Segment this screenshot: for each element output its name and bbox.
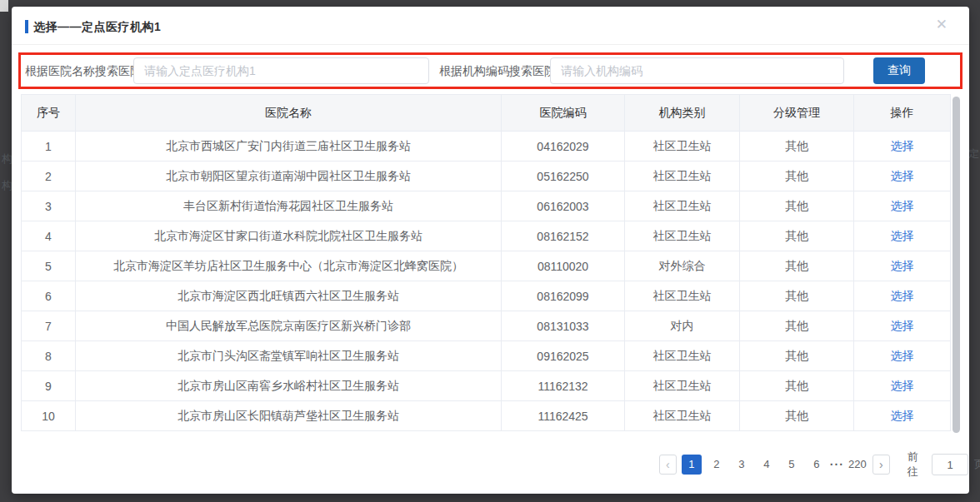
chevron-left-icon: ‹ — [666, 459, 670, 470]
header-hospital-name: 医院名称 — [76, 95, 502, 132]
row-action-cell: 选择 — [854, 371, 951, 401]
header-grade: 分级管理 — [740, 95, 854, 132]
row-hospital-code: 08110020 — [502, 251, 625, 281]
row-seq: 5 — [22, 251, 76, 281]
row-hospital-name: 北京市朝阳区望京街道南湖中园社区卫生服务站 — [76, 162, 502, 191]
row-grade: 其他 — [740, 341, 854, 371]
row-grade: 其他 — [740, 281, 854, 311]
row-hospital-code: 06162003 — [502, 191, 625, 221]
row-grade: 其他 — [740, 191, 854, 221]
table-row: 2 北京市朝阳区望京街道南湖中园社区卫生服务站 05162250 社区卫生站 其… — [22, 162, 951, 191]
hospital-table: 序号 医院名称 医院编码 机构类别 分级管理 操作 1 北京市西城区广安门内街道… — [21, 94, 951, 431]
row-grade: 其他 — [740, 401, 854, 431]
prev-page-button[interactable]: ‹ — [659, 455, 677, 475]
hospital-name-input[interactable] — [133, 57, 429, 84]
row-hospital-code: 05162250 — [502, 162, 625, 191]
row-hospital-code: 08162099 — [502, 281, 625, 311]
row-org-type: 社区卫生站 — [625, 371, 740, 401]
select-link[interactable]: 选择 — [891, 139, 914, 152]
pagination: ‹ 1 2 3 4 5 6 ··· 220 › 前往 页 — [657, 453, 980, 476]
row-action-cell: 选择 — [854, 132, 951, 162]
row-seq: 8 — [22, 341, 76, 371]
row-action-cell: 选择 — [854, 281, 951, 311]
row-hospital-name: 中国人民解放军总医院京南医疗区新兴桥门诊部 — [76, 311, 502, 341]
row-seq: 7 — [22, 311, 76, 341]
title-accent-bar — [25, 20, 28, 33]
chevron-right-icon: › — [879, 459, 883, 470]
row-action-cell: 选择 — [854, 311, 951, 341]
select-link[interactable]: 选择 — [891, 259, 914, 272]
row-hospital-code: 04162029 — [502, 132, 625, 162]
row-grade: 其他 — [740, 311, 854, 341]
table-header: 序号 医院名称 医院编码 机构类别 分级管理 操作 — [22, 95, 951, 132]
row-action-cell: 选择 — [854, 251, 951, 281]
select-link[interactable]: 选择 — [891, 379, 914, 392]
goto-label: 前往 — [908, 450, 926, 480]
more-pages-icon[interactable]: ··· — [829, 458, 845, 471]
page-button-1[interactable]: 1 — [682, 455, 702, 475]
row-action-cell: 选择 — [854, 401, 951, 431]
row-org-type: 对内 — [625, 311, 740, 341]
background-artifact — [0, 0, 8, 12]
select-hospital-dialog: 选择——定点医疗机构1 ✕ 根据医院名称搜索医院 根据机构编码搜索医院 查询 序… — [12, 7, 969, 494]
hospital-name-search-label: 根据医院名称搜索医院 — [25, 57, 142, 84]
page-button-2[interactable]: 2 — [707, 455, 727, 475]
org-code-input[interactable] — [550, 57, 844, 84]
page-button-4[interactable]: 4 — [757, 455, 777, 475]
header-org-type: 机构类别 — [625, 95, 740, 132]
goto-page-input[interactable] — [932, 454, 968, 475]
dialog-title: 选择——定点医疗机构1 — [33, 20, 161, 35]
select-link[interactable]: 选择 — [891, 319, 914, 332]
row-action-cell: 选择 — [854, 162, 951, 191]
row-seq: 4 — [22, 221, 76, 251]
table-row: 10 北京市房山区长阳镇葫芦垡社区卫生服务站 11162425 社区卫生站 其他… — [22, 401, 951, 431]
row-hospital-name: 北京市房山区南窖乡水峪村社区卫生服务站 — [76, 371, 502, 401]
select-link[interactable]: 选择 — [891, 349, 914, 362]
row-seq: 9 — [22, 371, 76, 401]
row-hospital-name: 丰台区新村街道怡海花园社区卫生服务站 — [76, 191, 502, 221]
row-seq: 1 — [22, 132, 76, 162]
row-seq: 6 — [22, 281, 76, 311]
row-org-type: 社区卫生站 — [625, 162, 740, 191]
table-row: 1 北京市西城区广安门内街道三庙社区卫生服务站 04162029 社区卫生站 其… — [22, 132, 951, 162]
query-button[interactable]: 查询 — [873, 57, 925, 84]
row-grade: 其他 — [740, 132, 854, 162]
row-hospital-code: 11162132 — [502, 371, 625, 401]
header-seq: 序号 — [22, 95, 76, 132]
select-link[interactable]: 选择 — [891, 409, 914, 422]
row-hospital-code: 08131033 — [502, 311, 625, 341]
row-hospital-name: 北京市海淀区西北旺镇西六社区卫生服务站 — [76, 281, 502, 311]
close-icon[interactable]: ✕ — [936, 17, 948, 33]
row-org-type: 社区卫生站 — [625, 341, 740, 371]
select-link[interactable]: 选择 — [891, 169, 914, 182]
page-button-6[interactable]: 6 — [807, 455, 827, 475]
row-hospital-name: 北京市门头沟区斋堂镇军响社区卫生服务站 — [76, 341, 502, 371]
row-org-type: 社区卫生站 — [625, 281, 740, 311]
row-hospital-name: 北京市西城区广安门内街道三庙社区卫生服务站 — [76, 132, 502, 162]
table-row: 3 丰台区新村街道怡海花园社区卫生服务站 06162003 社区卫生站 其他 选… — [22, 191, 951, 221]
row-hospital-code: 09162025 — [502, 341, 625, 371]
row-org-type: 社区卫生站 — [625, 132, 740, 162]
header-action: 操作 — [854, 95, 951, 132]
page-button-5[interactable]: 5 — [782, 455, 802, 475]
table-row: 9 北京市房山区南窖乡水峪村社区卫生服务站 11162132 社区卫生站 其他 … — [22, 371, 951, 401]
page-button-3[interactable]: 3 — [732, 455, 752, 475]
table-row: 4 北京市海淀区甘家口街道水科院北院社区卫生服务站 08162152 社区卫生站… — [22, 221, 951, 251]
table-scrollbar[interactable] — [952, 97, 960, 433]
select-link[interactable]: 选择 — [891, 229, 914, 242]
select-link[interactable]: 选择 — [891, 199, 914, 212]
table-body: 1 北京市西城区广安门内街道三庙社区卫生服务站 04162029 社区卫生站 其… — [22, 132, 951, 431]
scrollbar-thumb[interactable] — [952, 97, 960, 433]
page-button-last[interactable]: 220 — [848, 455, 868, 475]
table-row: 6 北京市海淀区西北旺镇西六社区卫生服务站 08162099 社区卫生站 其他 … — [22, 281, 951, 311]
table-row: 5 北京市海淀区羊坊店社区卫生服务中心（北京市海淀区北蜂窝医院） 0811002… — [22, 251, 951, 281]
row-org-type: 社区卫生站 — [625, 401, 740, 431]
row-grade: 其他 — [740, 221, 854, 251]
select-link[interactable]: 选择 — [891, 289, 914, 302]
header-hospital-code: 医院编码 — [502, 95, 625, 132]
org-code-search-label: 根据机构编码搜索医院 — [439, 57, 556, 84]
row-seq: 3 — [22, 191, 76, 221]
table-row: 8 北京市门头沟区斋堂镇军响社区卫生服务站 09162025 社区卫生站 其他 … — [22, 341, 951, 371]
row-grade: 其他 — [740, 162, 854, 191]
next-page-button[interactable]: › — [872, 455, 890, 475]
